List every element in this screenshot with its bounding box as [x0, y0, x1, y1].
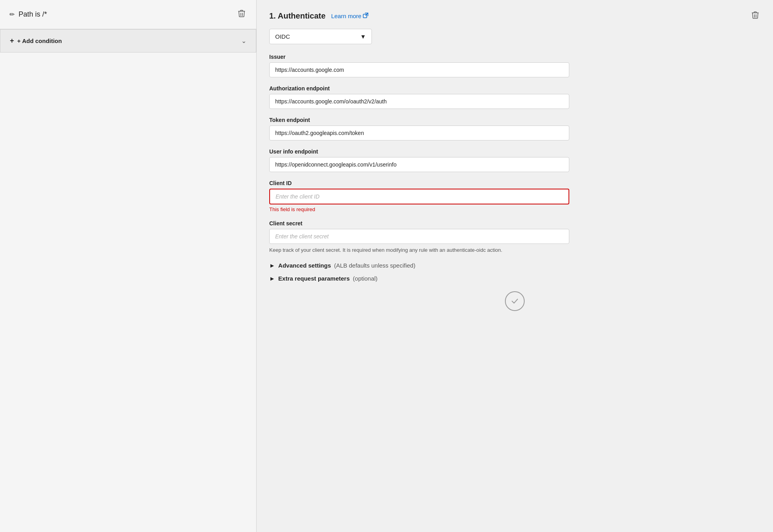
pencil-icon: ✏	[9, 11, 15, 18]
userinfo-endpoint-label: User info endpoint	[269, 148, 760, 155]
advanced-settings-title: Advanced settings	[278, 262, 331, 269]
right-panel: 1. Authenticate Learn more	[257, 0, 773, 532]
auth-type-value: OIDC	[275, 33, 290, 40]
auth-header-left: 1. Authenticate Learn more	[269, 11, 368, 21]
userinfo-endpoint-input[interactable]	[269, 157, 569, 172]
learn-more-link[interactable]: Learn more	[331, 13, 369, 19]
issuer-label: Issuer	[269, 54, 760, 60]
issuer-field-group: Issuer	[269, 54, 760, 77]
delete-condition-button[interactable]	[236, 8, 247, 21]
extra-params-section[interactable]: ► Extra request parameters (optional)	[269, 275, 760, 282]
advanced-settings-section[interactable]: ► Advanced settings (ALB defaults unless…	[269, 262, 760, 269]
extra-params-subtitle: (optional)	[353, 275, 378, 282]
check-button-wrapper	[269, 291, 760, 311]
plus-icon: +	[10, 37, 14, 45]
issuer-input[interactable]	[269, 62, 569, 77]
extra-params-header: ► Extra request parameters (optional)	[269, 275, 760, 282]
auth-endpoint-field-group: Authorization endpoint	[269, 85, 760, 109]
client-secret-label: Client secret	[269, 220, 760, 227]
client-secret-helper: Keep track of your client secret. It is …	[269, 246, 569, 254]
delete-auth-button[interactable]	[750, 9, 760, 22]
extra-params-arrow-icon: ►	[269, 275, 275, 282]
auth-endpoint-input[interactable]	[269, 94, 569, 109]
condition-header: ✏ Path is /*	[0, 0, 256, 29]
client-secret-field-group: Client secret Keep track of your client …	[269, 220, 760, 254]
add-condition-bar[interactable]: + + Add condition ⌄	[0, 29, 256, 52]
token-endpoint-field-group: Token endpoint	[269, 117, 760, 140]
client-id-label: Client ID	[269, 180, 760, 186]
external-link-icon	[363, 13, 368, 19]
add-condition-label: + Add condition	[17, 37, 62, 44]
auth-type-dropdown[interactable]: OIDC ▼	[269, 29, 372, 44]
client-id-error: This field is required	[269, 206, 760, 212]
auth-endpoint-label: Authorization endpoint	[269, 85, 760, 92]
confirm-button[interactable]	[505, 291, 525, 311]
left-panel: ✏ Path is /* + + Add condition ⌄	[0, 0, 257, 532]
extra-params-title: Extra request parameters	[278, 275, 350, 282]
path-label: Path is /*	[19, 10, 47, 19]
client-id-input[interactable]	[269, 189, 569, 204]
add-condition-left: + + Add condition	[10, 37, 62, 45]
advanced-settings-subtitle: (ALB defaults unless specified)	[334, 262, 415, 269]
token-endpoint-label: Token endpoint	[269, 117, 760, 123]
client-id-field-group: Client ID This field is required	[269, 180, 760, 212]
auth-type-dropdown-wrapper: OIDC ▼	[269, 29, 760, 44]
advanced-settings-arrow-icon: ►	[269, 262, 275, 269]
learn-more-label: Learn more	[331, 13, 362, 19]
auth-header: 1. Authenticate Learn more	[269, 9, 760, 22]
token-endpoint-input[interactable]	[269, 126, 569, 140]
dropdown-arrow-icon: ▼	[360, 33, 366, 40]
condition-header-left: ✏ Path is /*	[9, 10, 47, 19]
advanced-settings-header: ► Advanced settings (ALB defaults unless…	[269, 262, 760, 269]
client-secret-input[interactable]	[269, 229, 569, 244]
userinfo-endpoint-field-group: User info endpoint	[269, 148, 760, 172]
auth-title: 1. Authenticate	[269, 11, 326, 21]
chevron-down-icon: ⌄	[241, 37, 246, 45]
